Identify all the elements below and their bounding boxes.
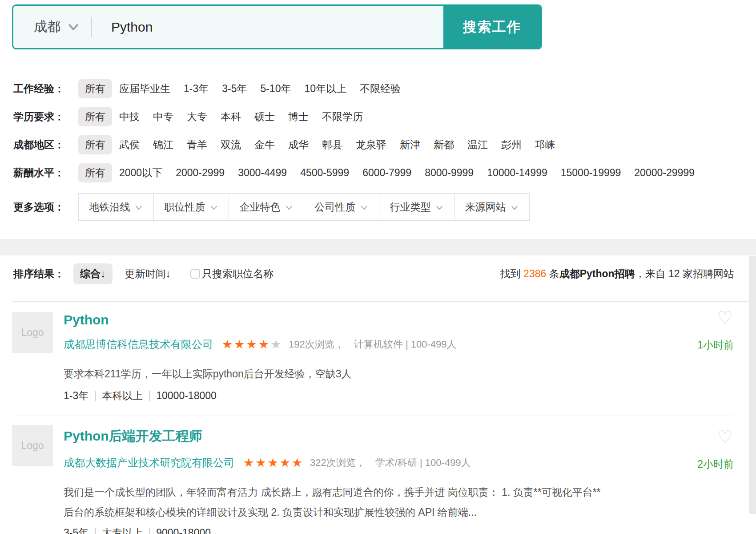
posted-time: 2小时前 xyxy=(697,457,734,471)
chevron-down-icon xyxy=(510,203,519,212)
description-line: 我们是一个成长型的团队，年轻而富有活力 成长路上，愿有志同道合的你，携手并进 岗… xyxy=(64,482,601,502)
filter-label: 成都地区： xyxy=(13,138,78,152)
filter-option[interactable]: 新津 xyxy=(400,138,420,152)
filter-option-selected[interactable]: 所有 xyxy=(78,79,112,98)
job-description: 要求本科211学历，一年以上实际python后台开发经验，空缺3人 xyxy=(64,364,352,384)
filter-option[interactable]: 大专 xyxy=(187,110,207,124)
tag-separator: | xyxy=(148,527,151,534)
star-icon: ★ xyxy=(292,456,304,469)
filter-option[interactable]: 博士 xyxy=(288,110,309,124)
filter-option[interactable]: 10年以上 xyxy=(305,82,347,96)
tag: 大专以上 xyxy=(102,527,143,534)
filter-option[interactable]: 邛崃 xyxy=(535,138,555,152)
tag: 9000-18000 xyxy=(156,527,211,534)
filter-option[interactable]: 金牛 xyxy=(254,138,275,152)
tag: 本科以上 xyxy=(102,390,143,401)
filter-label: 工作经验： xyxy=(13,82,78,96)
star-icon: ★ xyxy=(222,338,234,351)
filter-option[interactable]: 新都 xyxy=(434,138,454,152)
filter-option[interactable]: 4500-5999 xyxy=(300,167,349,179)
job-title-link[interactable]: Python xyxy=(64,312,109,328)
filter-row-0: 工作经验：所有应届毕业生1-3年3-5年5-10年10年以上不限经验 xyxy=(13,75,756,103)
search-button[interactable]: 搜索工作 xyxy=(443,6,541,48)
sort-option-comprehensive[interactable]: 综合↓ xyxy=(73,263,113,284)
result-suffix: ，来自 12 家招聘网站 xyxy=(635,268,734,279)
heart-icon[interactable]: ♡ xyxy=(717,428,733,446)
filter-option[interactable]: 彭州 xyxy=(501,138,522,152)
filter-panel: 工作经验：所有应届毕业生1-3年3-5年5-10年10年以上不限经验学历要求：所… xyxy=(13,75,756,221)
filter-option-selected[interactable]: 所有 xyxy=(78,163,112,182)
job-search-bar: 成都 搜索工作 xyxy=(12,4,542,49)
company-row: 成都思博信科信息技术有限公司★★★★★192次浏览，计算机软件 | 100-49… xyxy=(64,337,457,352)
star-icon: ★ xyxy=(267,456,279,469)
company-row: 成都大数据产业技术研究院有限公司★★★★★322次浏览，学术/科研 | 100-… xyxy=(64,456,471,470)
filter-option[interactable]: 不限经验 xyxy=(360,82,401,96)
tag: 10000-18000 xyxy=(156,390,217,401)
filter-option[interactable]: 3000-4499 xyxy=(238,167,287,179)
views-count: 322次浏览， xyxy=(310,456,366,469)
dropdown-button[interactable]: 来源网站 xyxy=(454,193,530,221)
dropdown-group: 地铁沿线职位性质企业特色公司性质行业类型来源网站 xyxy=(78,193,530,221)
dropdown-button[interactable]: 公司性质 xyxy=(304,193,379,221)
filter-option[interactable]: 6000-7999 xyxy=(362,167,411,179)
title-only-checkbox[interactable] xyxy=(190,269,200,279)
company-meta: 学术/科研 | 100-499人 xyxy=(375,456,471,469)
filter-option[interactable]: 郫县 xyxy=(322,138,342,152)
filter-option[interactable]: 成华 xyxy=(288,138,309,152)
scrollbar[interactable] xyxy=(749,256,756,514)
title-only-checkbox-label: 只搜索职位名称 xyxy=(202,267,273,281)
chevron-down-icon xyxy=(435,203,444,212)
chevron-down-icon xyxy=(360,203,369,212)
filter-option[interactable]: 龙泉驿 xyxy=(356,138,386,152)
dropdown-button[interactable]: 地铁沿线 xyxy=(78,193,154,221)
dropdown-label: 企业特色 xyxy=(240,200,281,214)
job-title-link[interactable]: Python后端开发工程师 xyxy=(64,427,202,445)
city-selector[interactable]: 成都 xyxy=(13,6,91,48)
job-card: LogoPython后端开发工程师♡成都大数据产业技术研究院有限公司★★★★★3… xyxy=(12,417,734,534)
dropdown-label: 来源网站 xyxy=(465,200,506,214)
filter-option[interactable]: 青羊 xyxy=(187,138,207,152)
star-icon: ★ xyxy=(280,456,292,469)
filter-option[interactable]: 不限学历 xyxy=(322,110,363,124)
filter-option-selected[interactable]: 所有 xyxy=(78,135,112,154)
filter-option[interactable]: 10000-14999 xyxy=(487,167,547,179)
filter-option[interactable]: 中专 xyxy=(153,110,173,124)
filter-option[interactable]: 武侯 xyxy=(119,138,140,152)
filter-option[interactable]: 应届毕业生 xyxy=(119,82,170,96)
heart-icon[interactable]: ♡ xyxy=(717,309,733,327)
chevron-down-icon xyxy=(285,203,294,212)
filter-row-1: 学历要求：所有中技中专大专本科硕士博士不限学历 xyxy=(13,103,756,131)
filter-option[interactable]: 3-5年 xyxy=(222,82,247,96)
tag-separator: | xyxy=(94,527,97,534)
filter-option[interactable]: 锦江 xyxy=(153,138,173,152)
filter-option[interactable]: 5-10年 xyxy=(261,82,291,96)
company-link[interactable]: 成都思博信科信息技术有限公司 xyxy=(64,337,213,352)
filter-option[interactable]: 2000以下 xyxy=(119,166,162,180)
job-card: LogoPython♡成都思博信科信息技术有限公司★★★★★192次浏览，计算机… xyxy=(12,302,734,416)
dropdown-button[interactable]: 行业类型 xyxy=(379,193,454,221)
search-input[interactable] xyxy=(92,6,443,48)
company-link[interactable]: 成都大数据产业技术研究院有限公司 xyxy=(64,456,234,470)
filter-option[interactable]: 1-3年 xyxy=(184,82,209,96)
filter-option[interactable]: 硕士 xyxy=(254,110,275,124)
filter-option-selected[interactable]: 所有 xyxy=(78,107,112,126)
tag-separator: | xyxy=(94,390,97,401)
filter-option[interactable]: 双流 xyxy=(221,138,241,152)
sort-option-update-time[interactable]: 更新时间↓ xyxy=(125,267,171,281)
dropdown-button[interactable]: 职位性质 xyxy=(153,193,229,221)
star-icon: ★ xyxy=(258,338,270,351)
filter-label: 薪酬水平： xyxy=(13,166,78,180)
filter-option[interactable]: 中技 xyxy=(119,110,140,124)
filter-option[interactable]: 温江 xyxy=(467,138,488,152)
result-count: 2386 xyxy=(523,268,546,279)
filter-option[interactable]: 本科 xyxy=(221,110,241,124)
filter-option[interactable]: 8000-9999 xyxy=(425,167,474,179)
star-icon: ★ xyxy=(246,338,258,351)
dropdown-button[interactable]: 企业特色 xyxy=(229,193,304,221)
chevron-down-icon xyxy=(209,203,218,212)
filter-option[interactable]: 20000-29999 xyxy=(634,167,695,179)
filter-option[interactable]: 2000-2999 xyxy=(176,167,225,179)
filter-option[interactable]: 15000-19999 xyxy=(561,167,621,179)
star-icon: ★ xyxy=(234,338,246,351)
result-prefix: 找到 xyxy=(500,268,523,279)
